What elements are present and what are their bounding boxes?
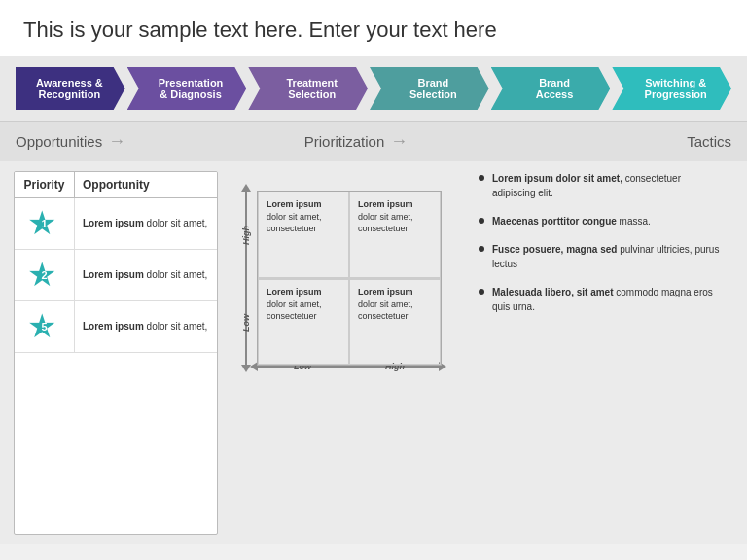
table-row: ★ 2 Lorem ipsum dolor sit amet, [15,250,217,301]
nav-item-brand-access[interactable]: BrandAccess [491,67,611,110]
priority-cell-2: ★ 2 [15,250,75,300]
priority-cell-3: ★ 5 [15,301,75,352]
matrix-grid: Lorem ipsum dolor sit amet, consectetuer… [257,191,442,366]
matrix-cell-bottom-right: Lorem ipsum dolor sit amet, consectetuer [349,279,441,365]
list-item: Maecenas porttitor congue massa. [479,214,726,228]
bullet-icon [479,289,484,295]
tactics-list: Lorem ipsum dolor sit amet, consectetuer… [479,171,726,314]
tactics-panel: Lorem ipsum dolor sit amet, consectetuer… [471,171,733,535]
nav-item-awareness[interactable]: Awareness &Recognition [16,67,125,110]
arrow-right-opps: → [108,131,125,152]
prioritization-matrix: High Low Low High Lorem ipsum dolor sit … [218,171,471,535]
list-item: Fusce posuere, magna sed pulvinar ultric… [479,242,726,271]
matrix-cell-top-left: Lorem ipsum dolor sit amet, consectetuer [258,192,349,278]
arrow-right-prio: → [390,131,408,152]
matrix-cell-top-right: Lorem ipsum dolor sit amet, consectetuer [349,192,441,278]
arrow-navigation: Awareness &Recognition Presentation& Dia… [0,56,747,121]
matrix-cell-bottom-left: Lorem ipsum dolor sit amet, consectetuer [258,279,349,365]
y-axis-labels: High Low [237,191,255,366]
y-axis-high-label: High [241,226,251,245]
nav-item-switching[interactable]: Switching &Progression [612,67,731,110]
matrix-row-bottom: Lorem ipsum dolor sit amet, consectetuer… [258,278,441,365]
bullet-icon [479,246,484,252]
opportunity-cell-3: Lorem ipsum dolor sit amet, [75,314,217,339]
section-headers-row: Opportunities → Prioritization → Tactics [0,121,747,161]
matrix-container: High Low Low High Lorem ipsum dolor sit … [237,171,451,375]
opportunity-cell-2: Lorem ipsum dolor sit amet, [75,262,217,288]
matrix-row-top: Lorem ipsum dolor sit amet, consectetuer… [258,192,441,278]
bullet-icon [479,175,484,181]
rank-label-2: 2 [41,269,47,281]
table-row: ★ 5 Lorem ipsum dolor sit amet, [15,301,217,353]
title-section: This is your sample text here. Enter you… [0,0,747,56]
nav-item-presentation[interactable]: Presentation& Diagnosis [127,67,247,110]
main-content-area: Priority Opportunity ★ 1 Lorem ipsum dol… [0,161,747,544]
priority-table: Priority Opportunity ★ 1 Lorem ipsum dol… [14,171,218,535]
bullet-icon [479,218,484,224]
list-item: Malesuada libero, sit amet commodo magna… [479,285,726,314]
table-header-row: Priority Opportunity [15,172,217,198]
priority-cell-1: ★ 1 [15,198,75,249]
nav-item-brand-selection[interactable]: BrandSelection [370,67,489,110]
list-item: Lorem ipsum dolor sit amet, consectetuer… [479,171,726,200]
th-opportunity: Opportunity [75,172,217,197]
th-priority: Priority [15,172,75,197]
section-header-prioritization: Prioritization → [230,131,482,152]
opportunity-cell-1: Lorem ipsum dolor sit amet, [75,211,217,236]
section-header-tactics: Tactics [482,133,731,150]
page-wrapper: This is your sample text here. Enter you… [0,0,747,560]
y-axis-low-label: Low [241,314,251,332]
table-row: ★ 1 Lorem ipsum dolor sit amet, [15,198,217,250]
nav-item-treatment[interactable]: TreatmentSelection [248,67,368,110]
rank-label-1: 1 [41,218,47,229]
section-header-opportunities: Opportunities → [16,131,230,152]
page-title: This is your sample text here. Enter you… [23,18,724,43]
rank-label-5: 5 [41,321,47,332]
